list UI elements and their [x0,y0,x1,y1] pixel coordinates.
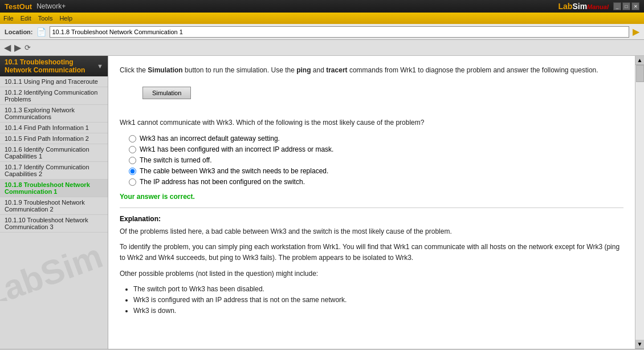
sidebar-section-title: 10.1 Troubleshooting Network Communicati… [5,58,97,74]
toolbar: ◀ ▶ ⟳ [0,40,644,56]
answer-result: Your answer is correct. [120,193,623,201]
radio-option-5[interactable] [129,178,136,186]
tracert-bold: tracert [326,66,347,74]
refresh-button[interactable]: ⟳ [23,43,32,52]
answer-suffix: . [193,193,195,201]
sidebar-item-8[interactable]: 10.1.8 Troubleshoot Network Communicatio… [0,180,108,197]
bullet-2: Wrk3 is configured with an IP address th… [133,295,623,306]
location-go-icon[interactable]: ▶ [633,26,639,37]
main-layout: 10.1 Troubleshooting Network Communicati… [0,56,644,349]
simulation-button[interactable]: Simulation [142,87,191,99]
explanation-para-1: Of the problems listed here, a bad cable… [120,226,623,237]
location-value: 10.1.8 Troubleshoot Network Communicatio… [52,29,183,35]
bullet-1: The switch port to Wrk3 has been disable… [133,284,623,295]
content-area: Click the Simulation button to run the s… [108,56,635,349]
explanation-para-2: To identify the problem, you can simply … [120,242,623,263]
location-label: Location: [5,29,33,35]
simulation-bold: Simulation [148,66,182,74]
sidebar-item-5[interactable]: 10.1.5 Find Path Information 2 [0,133,108,144]
menu-tools[interactable]: Tools [38,15,53,22]
option-3: The switch is turned off. [129,156,623,164]
explanation-bullets: The switch port to Wrk3 has been disable… [133,284,623,317]
explanation-para-3: Other possible problems (not listed in t… [120,268,623,279]
option-4-label: The cable between Wrk3 and the switch ne… [140,167,328,175]
option-3-label: The switch is turned off. [140,156,212,164]
menu-help[interactable]: Help [59,15,72,22]
scroll-down-arrow[interactable]: ▼ [635,340,644,349]
location-icon: 📄 [36,27,46,36]
option-1: Wrk3 has an incorrect default gateway se… [129,135,623,143]
sidebar-collapse-icon[interactable]: ▼ [97,63,103,70]
menu-edit[interactable]: Edit [21,15,31,22]
scroll-track[interactable] [635,65,644,340]
minimize-button[interactable]: _ [613,2,621,10]
sidebar-item-1[interactable]: 10.1.1 Using Ping and Traceroute [0,76,108,87]
option-4: The cable between Wrk3 and the switch ne… [129,167,623,175]
labsim-logo: LabSimManual [559,2,609,11]
question-text: Wrk1 cannot communicate with Wrk3. Which… [120,117,623,128]
option-2: Wrk1 has been configured with an incorre… [129,145,623,153]
maximize-button[interactable]: □ [622,2,630,10]
option-2-label: Wrk1 has been configured with an incorre… [140,145,333,153]
divider [120,207,623,208]
sidebar-item-6[interactable]: 10.1.6 Identify Communication Capabiliti… [0,144,108,162]
back-button[interactable]: ◀ [2,42,13,53]
answer-value: correct [170,193,193,201]
bullet-3: Wrk3 is down. [133,306,623,316]
menu-file[interactable]: File [3,15,14,22]
scrollbar[interactable]: ▲ ▼ [635,56,644,349]
ping-bold: ping [296,66,311,74]
intro-text: Click the Simulation button to run the s… [120,65,623,75]
radio-option-3[interactable] [129,157,136,164]
app-name: TestOut [5,2,32,11]
sidebar-header: 10.1 Troubleshooting Network Communicati… [0,56,108,76]
sidebar-item-3[interactable]: 10.1.3 Exploring Network Communications [0,105,108,123]
radio-option-4[interactable] [129,168,136,175]
sidebar-item-4[interactable]: 10.1.4 Find Path Information 1 [0,123,108,133]
option-5: The IP address has not been configured o… [129,178,623,186]
scroll-thumb[interactable] [636,65,644,82]
module-name: Network+ [36,2,66,10]
answer-prefix: Your answer is [120,193,170,201]
forward-button[interactable]: ▶ [13,42,23,53]
radio-option-2[interactable] [129,146,136,153]
sidebar-item-10[interactable]: 10.1.10 Troubleshoot Network Communicati… [0,215,108,233]
sidebar: 10.1 Troubleshooting Network Communicati… [0,56,108,349]
explanation-header: Explanation: [120,215,623,223]
scroll-up-arrow[interactable]: ▲ [635,56,644,65]
sidebar-item-9[interactable]: 10.1.9 Troubleshoot Network Communicatio… [0,197,108,215]
sidebar-item-7[interactable]: 10.1.7 Identify Communication Capabiliti… [0,162,108,180]
menu-bar: File Edit Tools Help [0,13,644,24]
sidebar-watermark: LabSim [0,236,108,301]
title-bar: TestOut Network+ LabSimManual _ □ ✕ [0,0,644,13]
sidebar-item-2[interactable]: 10.1.2 Identifying Communication Problem… [0,87,108,105]
location-bar: Location: 📄 10.1.8 Troubleshoot Network … [0,24,644,40]
radio-option-1[interactable] [129,135,136,143]
option-5-label: The IP address has not been configured o… [140,178,305,186]
location-input[interactable]: 10.1.8 Troubleshoot Network Communicatio… [50,26,630,38]
option-1-label: Wrk3 has an incorrect default gateway se… [140,135,280,143]
close-button[interactable]: ✕ [631,2,639,10]
